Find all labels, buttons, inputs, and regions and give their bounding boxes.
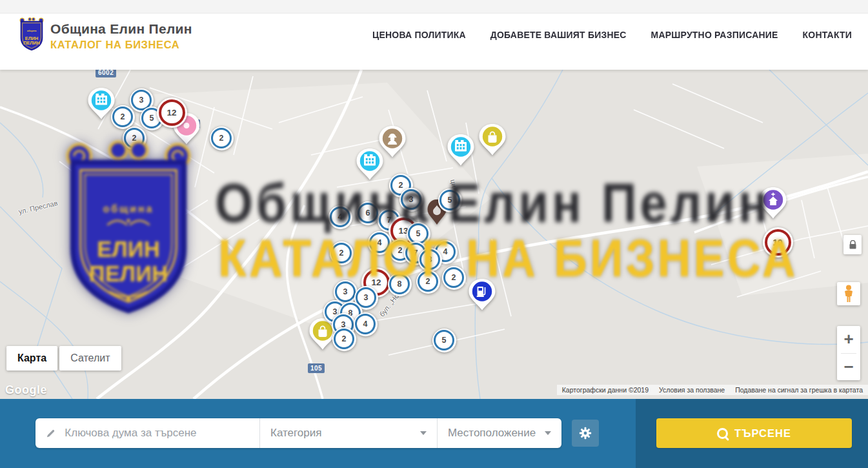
map-cluster-marker[interactable]: 2 — [442, 266, 466, 290]
gear-icon — [578, 426, 592, 440]
google-logo[interactable]: Google — [5, 383, 47, 397]
zoom-control: + − — [837, 326, 860, 380]
map-pin-worker[interactable] — [378, 122, 407, 159]
map-cluster-marker[interactable]: 4 — [354, 312, 378, 336]
lock-icon — [849, 240, 857, 250]
chevron-down-icon — [545, 431, 551, 435]
map-markers-layer: 3251222235647135422748128223338342510 — [0, 70, 868, 399]
map-cluster-marker[interactable]: 2 — [332, 327, 356, 351]
map-cluster-marker[interactable]: 2 — [416, 270, 440, 294]
location-dropdown[interactable]: Местоположение — [437, 418, 561, 448]
map-pin-bag[interactable] — [478, 120, 507, 158]
search-button[interactable]: ТЪРСЕНЕ — [656, 418, 852, 448]
map-cluster-marker[interactable]: 2 — [111, 105, 135, 129]
map-cluster-marker[interactable]: 8 — [388, 272, 412, 296]
map-cluster-marker[interactable]: 8 — [418, 248, 442, 272]
nav-item-contacts[interactable]: КОНТАКТИ — [803, 29, 852, 40]
logo-small-text: община — [27, 30, 37, 32]
location-dropdown-label: Местоположение — [448, 427, 536, 440]
street-view-pegman-button[interactable] — [837, 282, 860, 305]
advanced-settings-button[interactable] — [572, 420, 599, 447]
search-input[interactable] — [63, 426, 249, 440]
pencil-icon — [46, 428, 56, 439]
search-button-label: ТЪРСЕНЕ — [734, 427, 791, 440]
pegman-icon — [842, 285, 855, 303]
attribution-report-link[interactable]: Подаване на сигнал за грешка в картата — [735, 386, 863, 394]
site-title: Община Елин Пелин КАТАЛОГ НА БИЗНЕСА — [50, 21, 192, 51]
map-type-satellite-button[interactable]: Сателит — [59, 346, 121, 371]
map-type-map-button[interactable]: Карта — [6, 346, 57, 371]
search-icon — [717, 428, 728, 439]
keyword-section — [35, 418, 259, 448]
map-cluster-marker[interactable]: 2 — [123, 127, 146, 150]
nav-item-timetable[interactable]: МАРШРУТНО РАЗПИСАНИЕ — [651, 29, 778, 40]
map-attribution: Картографски данни ©2019 Условия за полз… — [557, 385, 868, 395]
page: община ЕЛИН ПЕЛИН Община Елин Пелин КАТА… — [0, 0, 868, 468]
main-nav: ЦЕНОВА ПОЛИТИКА ДОБАВЕТЕ ВАШИЯТ БИЗНЕС М… — [372, 0, 852, 70]
map-cluster-marker[interactable]: 5 — [438, 188, 462, 212]
map-cluster-marker[interactable]: 3 — [399, 188, 423, 212]
map-pin-building[interactable] — [446, 130, 476, 168]
map-canvas[interactable]: 6002 105 ул. Преслав бул. „Новосел ци 32… — [0, 70, 868, 399]
municipality-logo-icon[interactable]: община ЕЛИН ПЕЛИН — [17, 15, 46, 56]
chevron-down-icon — [420, 431, 427, 435]
search-filters: Категория Местоположение — [35, 418, 561, 448]
map-cluster-marker[interactable]: 5 — [432, 329, 456, 352]
map-pin-fuel[interactable] — [467, 275, 497, 312]
map-cluster-marker[interactable]: 2 — [210, 127, 234, 150]
header: община ЕЛИН ПЕЛИН Община Елин Пелин КАТА… — [0, 0, 868, 70]
page-title: Община Елин Пелин — [50, 21, 192, 37]
lock-button[interactable] — [843, 235, 862, 254]
nav-item-add-business[interactable]: ДОБАВЕТЕ ВАШИЯТ БИЗНЕС — [490, 29, 627, 40]
map-pin-church[interactable] — [758, 183, 788, 221]
page-subtitle: КАТАЛОГ НА БИЗНЕСА — [50, 39, 192, 51]
map-cluster-marker[interactable]: 6 — [356, 201, 380, 225]
search-bar: Категория Местоположение — [0, 399, 868, 468]
map-cluster-marker[interactable]: 2 — [330, 241, 354, 265]
attribution-terms-link[interactable]: Условия за ползване — [659, 386, 725, 394]
category-dropdown-label: Категория — [270, 427, 321, 440]
map-cluster-marker[interactable]: 4 — [368, 231, 392, 255]
zoom-out-button[interactable]: − — [837, 354, 860, 381]
map-type-control: Карта Сателит — [6, 346, 121, 371]
zoom-in-button[interactable]: + — [837, 326, 860, 353]
logo-line2: ПЕЛИН — [23, 40, 40, 46]
nav-item-pricing[interactable]: ЦЕНОВА ПОЛИТИКА — [372, 29, 466, 40]
map-cluster-marker[interactable]: 4 — [328, 205, 352, 229]
map-cluster-marker[interactable]: 12 — [157, 97, 187, 128]
map-cluster-marker[interactable]: 10 — [763, 227, 793, 258]
attribution-copyright: Картографски данни ©2019 — [562, 386, 649, 394]
category-dropdown[interactable]: Категория — [259, 418, 437, 448]
